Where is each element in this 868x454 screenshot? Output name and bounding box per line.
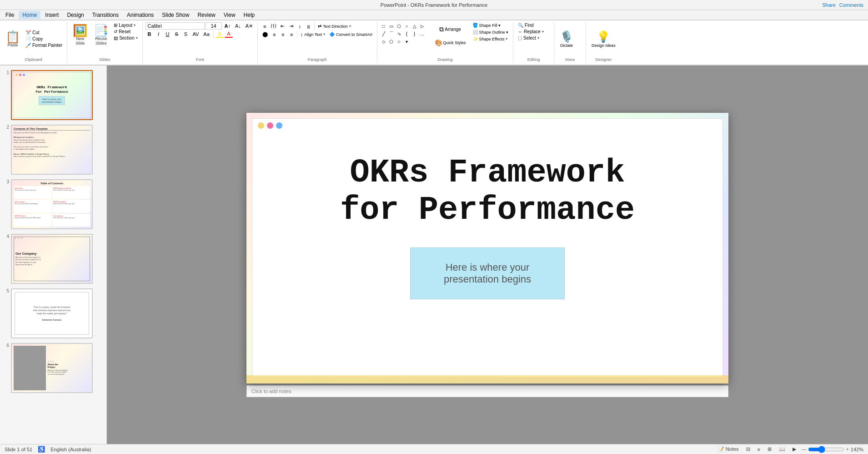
replace-button[interactable]: ↔ Replace ▾ [516, 29, 546, 35]
menu-file[interactable]: File [2, 11, 18, 19]
shape-effects-button[interactable]: ✨ Shape Effects ▾ [471, 36, 511, 42]
slide-canvas[interactable]: OKRs Framework for Performance Here is w… [246, 113, 728, 383]
paste-button[interactable]: 📋 Paste [3, 26, 23, 51]
cut-button[interactable]: ✂️ Cut [24, 30, 64, 35]
shape-triangle[interactable]: △ [411, 22, 418, 30]
zoom-level[interactable]: 142% [851, 447, 863, 452]
align-left-button[interactable]: ⬤ [261, 31, 270, 38]
menu-view[interactable]: View [220, 11, 239, 19]
menu-help[interactable]: Help [240, 11, 259, 19]
bullets-button[interactable]: ≡ [261, 23, 269, 30]
line-spacing-button[interactable]: ↕ [296, 23, 304, 30]
font-color-button[interactable]: A [225, 30, 233, 38]
align-right-button[interactable]: ≡ [279, 31, 287, 38]
bold-button[interactable]: B [146, 31, 154, 37]
layout-button[interactable]: ⊞ Layout ▾ [112, 22, 139, 28]
slide-thumb-3[interactable]: Table of Contents Definition Here's wher… [11, 179, 93, 229]
view-outline-button[interactable]: ≡ [756, 446, 762, 453]
share-button[interactable]: Share [822, 2, 835, 8]
shape-rect[interactable]: □ [380, 22, 387, 30]
shape-bracket[interactable]: { [403, 30, 411, 37]
shape-more2[interactable]: ▾ [403, 38, 411, 45]
view-reading-button[interactable]: 📖 [777, 445, 787, 453]
align-center-button[interactable]: ≡ [270, 31, 278, 38]
slide-panel[interactable]: 1 OKRs Frameworkfor Performance Here is … [0, 66, 107, 444]
italic-button[interactable]: I [155, 31, 163, 37]
view-slide-sorter-button[interactable]: ⊞ [766, 445, 773, 453]
menu-insert[interactable]: Insert [41, 11, 62, 19]
menu-slideshow[interactable]: Slide Show [158, 11, 193, 19]
new-slide-button[interactable]: 🖼️ NewSlide [70, 22, 90, 47]
text-shadow-button[interactable]: S [182, 31, 190, 37]
numbering-button[interactable]: ⑴ [269, 22, 278, 30]
change-case-button[interactable]: Aa [201, 31, 211, 37]
shape-round-rect[interactable]: ▭ [388, 22, 395, 30]
font-size-input[interactable] [206, 22, 222, 30]
strikethrough-button[interactable]: S [173, 31, 181, 37]
justify-button[interactable]: ≡ [287, 31, 296, 38]
select-button[interactable]: ⬚ Select ▾ [516, 35, 546, 41]
reuse-slides-button[interactable]: 📑 ReuseSlides [91, 22, 111, 47]
convert-smartart-button[interactable]: 🔷 Convert to SmartArt [327, 31, 374, 37]
increase-indent-button[interactable]: ⇥ [287, 23, 295, 30]
slide-thumb-2[interactable]: Contents of This Template Here you can f… [11, 125, 93, 175]
menu-design[interactable]: Design [63, 11, 87, 19]
shape-connector[interactable]: ⌒ [388, 30, 395, 37]
font-shrink-button[interactable]: A↓ [233, 23, 243, 29]
decrease-indent-button[interactable]: ⇤ [278, 23, 286, 30]
columns-button[interactable]: ⫼ [304, 23, 313, 30]
menu-transitions[interactable]: Transitions [89, 11, 122, 19]
shape-star[interactable]: ☆ [396, 38, 403, 45]
slide-item-4[interactable]: 4 Our Company Mercury is the closest pla… [2, 233, 105, 285]
find-button[interactable]: 🔍 Find [516, 22, 546, 28]
notes-area[interactable]: Click to add notes [246, 385, 728, 397]
menu-review[interactable]: Review [194, 11, 219, 19]
shape-more[interactable]: … [419, 30, 426, 37]
notes-view-button[interactable]: 📝 Notes [716, 445, 741, 453]
zoom-minus-button[interactable]: — [802, 447, 806, 452]
zoom-slider[interactable] [808, 446, 844, 453]
section-button[interactable]: ▤ Section ▾ [112, 35, 139, 41]
shape-curve[interactable]: ∿ [396, 30, 403, 37]
format-painter-button[interactable]: 🖌️ Format Painter [24, 42, 64, 48]
char-spacing-button[interactable]: AV [191, 31, 201, 37]
dictate-button[interactable]: 🎙️ Dictate [557, 26, 576, 51]
highlight-button[interactable]: A [216, 30, 224, 38]
copy-button[interactable]: 📄 Copy [24, 36, 64, 42]
slide-main-title[interactable]: OKRs Framework for Performance [340, 154, 635, 230]
shape-outline-button[interactable]: ⬜ Shape Outline ▾ [471, 29, 511, 35]
view-slideshow-button[interactable]: ▶ [791, 445, 798, 453]
shape-snip-rect[interactable]: ⬡ [396, 22, 403, 30]
comments-button[interactable]: Comments [839, 2, 863, 8]
arrange-button[interactable]: ⧉ Arrange [432, 22, 469, 36]
shape-oval[interactable]: ○ [403, 22, 411, 30]
design-ideas-button[interactable]: 💡 Design Ideas [589, 26, 618, 51]
align-text-button[interactable]: ↨ Align Text ▾ [299, 31, 327, 37]
menu-animations[interactable]: Animations [123, 11, 157, 19]
slide-thumb-1[interactable]: OKRs Frameworkfor Performance Here is wh… [11, 70, 93, 120]
shape-fill-button[interactable]: 🪣 Shape Fill ▾ [471, 22, 511, 28]
shape-pentagon[interactable]: ⬠ [388, 38, 395, 45]
font-grow-button[interactable]: A↑ [223, 23, 232, 29]
reset-button[interactable]: ↺ Reset [112, 29, 139, 35]
menu-home[interactable]: Home [19, 11, 40, 19]
shape-arrow-right[interactable]: ▷ [419, 22, 426, 30]
shape-brace[interactable]: } [411, 30, 418, 37]
slide-item-6[interactable]: 6 About theProject Me [2, 342, 105, 394]
shape-diamond[interactable]: ◇ [380, 38, 387, 45]
underline-button[interactable]: U [164, 31, 172, 37]
slide-subtitle-box[interactable]: Here is where yourpresentation begins [410, 247, 565, 299]
slide-thumb-5[interactable]: "This is a quote, words full of wisdom t… [11, 288, 93, 338]
text-direction-button[interactable]: ⇄ Text Direction ▾ [316, 23, 353, 29]
slide-item-1[interactable]: 1 OKRs Frameworkfor Performance Here is … [2, 69, 105, 121]
shape-line[interactable]: ╱ [380, 30, 387, 37]
quick-styles-button[interactable]: 🎨 Quick Styles [432, 37, 469, 48]
slide-item-5[interactable]: 5 "This is a quote, words full of wisdom… [2, 288, 105, 339]
slide-thumb-6[interactable]: About theProject Mercury is the closest … [11, 343, 93, 393]
slide-item-3[interactable]: 3 Table of Contents Definition Here's wh… [2, 178, 105, 230]
view-normal-button[interactable]: ⊟ [744, 445, 752, 453]
slide-thumb-4[interactable]: Our Company Mercury is the closest plane… [11, 234, 93, 284]
zoom-plus-button[interactable]: + [846, 447, 849, 452]
font-name-input[interactable] [146, 22, 205, 30]
slide-item-2[interactable]: 2 Contents of This Template Here you can… [2, 124, 105, 176]
